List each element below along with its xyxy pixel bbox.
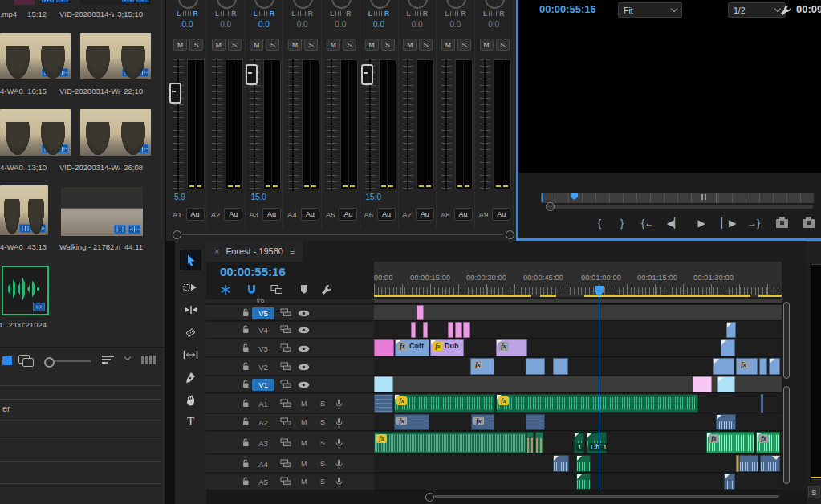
add-marker-button[interactable] — [296, 282, 312, 296]
media-item-caption[interactable]: VID-20200314-WA0...22;10 — [59, 87, 143, 96]
lock-icon[interactable] — [242, 438, 250, 447]
timeline-clip[interactable]: fx — [496, 339, 527, 356]
track-target-button[interactable]: A3 — [252, 437, 274, 449]
mixer-horizontal-scrollbar[interactable] — [166, 228, 516, 241]
toggle-track-output-eye-icon[interactable] — [298, 345, 310, 352]
go-to-out-button[interactable]: →} — [744, 215, 763, 231]
volume-fader-track[interactable] — [480, 59, 490, 191]
track-header-a5[interactable]: A5MS — [206, 474, 374, 490]
track-target-button[interactable]: V1 — [252, 379, 274, 391]
media-item-caption[interactable]: .mp415:12 — [0, 10, 47, 18]
pan-knob[interactable] — [446, 0, 466, 9]
timeline-clip[interactable] — [553, 358, 568, 375]
icon-view-button[interactable] — [18, 355, 33, 366]
pan-value[interactable]: 0.0 — [169, 20, 206, 29]
panel-menu-icon[interactable]: ≡ — [290, 246, 295, 256]
lock-icon[interactable] — [242, 399, 250, 408]
voiceover-record-mic-icon[interactable] — [335, 477, 343, 487]
lock-icon[interactable] — [242, 459, 250, 468]
mute-track-button[interactable]: M — [301, 400, 307, 408]
sort-dropdown-chevron-icon[interactable] — [124, 354, 131, 360]
pan-knob[interactable] — [217, 0, 237, 9]
list-row[interactable] — [0, 462, 161, 482]
track-lane-v6[interactable] — [374, 299, 782, 304]
track-target-button[interactable]: V4 — [252, 324, 274, 336]
track-target-button[interactable]: A5 — [252, 476, 274, 488]
mark-out-button[interactable]: } — [612, 215, 632, 231]
mute-button[interactable]: M — [441, 39, 455, 51]
timeline-clip[interactable]: 1 — [574, 432, 584, 453]
automation-mode-select[interactable]: Au — [492, 208, 510, 221]
ripple-edit-tool[interactable] — [181, 300, 201, 319]
list-row[interactable] — [0, 441, 161, 461]
track-lane-v5[interactable] — [374, 305, 782, 321]
lift-button[interactable] — [772, 215, 791, 231]
media-item-caption[interactable]: VID-20200314-WA0...26;08 — [59, 163, 143, 172]
solo-button[interactable]: S — [343, 39, 356, 51]
toggle-track-output-eye-icon[interactable] — [298, 364, 310, 371]
type-tool[interactable]: T — [181, 412, 201, 431]
mute-button[interactable]: M — [288, 39, 302, 51]
track-header-v3[interactable]: V3 — [206, 339, 374, 357]
automation-mode-select[interactable]: Au — [377, 208, 396, 221]
media-item-caption[interactable]: Walking - 21782.mp444:11 — [59, 242, 143, 251]
media-thumbnail[interactable] — [0, 185, 48, 235]
solo-button[interactable]: S — [419, 39, 433, 51]
timeline-clip[interactable] — [526, 414, 545, 430]
media-item-caption[interactable]: t...2:00:21024 — [0, 320, 47, 329]
timeline-clip[interactable]: fx — [471, 414, 494, 430]
mute-button[interactable]: M — [480, 39, 494, 51]
toggle-track-output-eye-icon[interactable] — [298, 327, 310, 334]
timeline-clip[interactable] — [411, 322, 416, 338]
media-item-caption[interactable]: 4-WA0...13;10 — [0, 163, 47, 172]
sync-lock-icon[interactable] — [280, 417, 291, 426]
media-thumbnail[interactable] — [80, 33, 151, 79]
automation-mode-select[interactable]: Au — [301, 208, 319, 221]
timeline-clip[interactable]: fx — [394, 394, 495, 413]
playback-resolution-select[interactable]: 1/2 — [728, 2, 786, 18]
pan-value[interactable]: 0.0 — [322, 20, 360, 29]
lock-icon[interactable] — [242, 343, 250, 352]
sort-order-button[interactable] — [102, 356, 115, 365]
pan-knob[interactable] — [254, 0, 274, 9]
timeline-clip[interactable] — [721, 339, 735, 356]
track-target-button[interactable]: A4 — [252, 458, 274, 470]
sync-lock-icon[interactable] — [280, 399, 291, 408]
mark-in-button[interactable]: { — [590, 215, 609, 231]
timeline-horizontal-scrollbar[interactable] — [206, 490, 807, 504]
sync-lock-icon[interactable] — [280, 459, 291, 468]
list-row[interactable] — [0, 484, 161, 504]
video-tracks-scrollbar[interactable] — [783, 302, 790, 379]
timeline-clip[interactable] — [576, 474, 591, 490]
solo-track-button[interactable]: S — [320, 439, 325, 447]
timeline-clip[interactable] — [716, 414, 736, 430]
track-select-forward-tool[interactable] — [181, 278, 201, 297]
voiceover-record-mic-icon[interactable] — [335, 399, 343, 409]
timeline-clip[interactable] — [374, 376, 393, 392]
volume-fader-track[interactable] — [441, 59, 452, 191]
sync-lock-icon[interactable] — [280, 362, 291, 371]
list-row[interactable] — [0, 400, 161, 420]
sequence-tab[interactable]: × Forest - 19580 ≡ — [206, 241, 303, 262]
timeline-clip[interactable] — [769, 358, 780, 375]
timeline-clip[interactable] — [535, 432, 543, 453]
lock-icon[interactable] — [242, 477, 250, 486]
pan-value[interactable]: 0.0 — [475, 20, 513, 29]
mute-button[interactable]: M — [403, 39, 417, 51]
lock-icon[interactable] — [242, 325, 250, 334]
mute-track-button[interactable]: M — [301, 439, 307, 447]
timeline-clip[interactable] — [726, 322, 736, 338]
volume-level-value[interactable]: 15.0 — [366, 193, 381, 201]
close-icon[interactable]: × — [214, 246, 219, 256]
timeline-clip[interactable] — [463, 322, 470, 338]
pen-tool[interactable] — [181, 368, 201, 387]
solo-track-button[interactable]: S — [320, 478, 325, 486]
track-target-button[interactable]: V5 — [252, 307, 274, 319]
track-header-v4[interactable]: V4 — [206, 322, 374, 339]
media-item-caption[interactable]: 4-WA0...16;15 — [0, 87, 47, 96]
media-thumbnail[interactable] — [0, 0, 71, 5]
razor-tool[interactable] — [181, 323, 201, 342]
timeline-settings-button[interactable] — [319, 282, 335, 296]
timeline-clip[interactable] — [448, 322, 453, 338]
voiceover-record-mic-icon[interactable] — [335, 417, 343, 428]
